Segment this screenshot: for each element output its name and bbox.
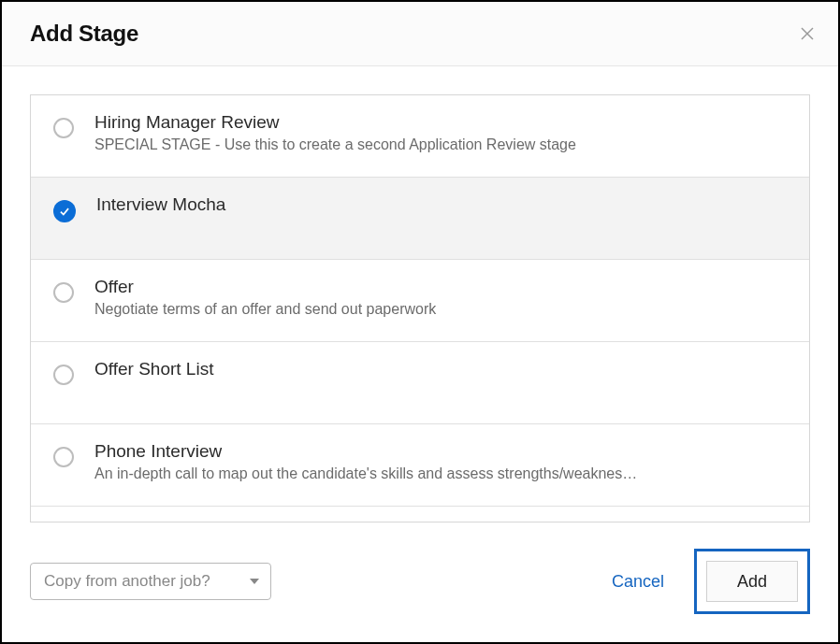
stage-name: Interview Mocha — [96, 194, 790, 215]
radio-icon[interactable] — [53, 365, 74, 385]
stage-name: Offer Short List — [94, 359, 790, 379]
modal-title: Add Stage — [30, 21, 138, 47]
radio-checked-icon[interactable] — [53, 200, 76, 222]
stage-item[interactable]: Phone InterviewAn in-depth call to map o… — [31, 424, 809, 507]
modal-header: Add Stage — [2, 2, 838, 66]
stage-list[interactable]: Hiring Manager ReviewSPECIAL STAGE - Use… — [31, 95, 809, 522]
stage-name: Offer — [94, 277, 790, 297]
stage-name: Hiring Manager Review — [94, 112, 790, 133]
cancel-button[interactable]: Cancel — [612, 572, 664, 592]
radio-icon[interactable] — [53, 118, 74, 138]
add-button[interactable]: Add — [706, 561, 798, 602]
radio-icon[interactable] — [53, 447, 74, 467]
stage-description: SPECIAL STAGE - Use this to create a sec… — [94, 136, 790, 153]
stage-list-wrapper: Hiring Manager ReviewSPECIAL STAGE - Use… — [30, 94, 810, 522]
copy-from-job-select[interactable]: Copy from another job? — [30, 563, 271, 600]
stage-description: An in-depth call to map out the candidat… — [94, 465, 790, 482]
radio-icon[interactable] — [53, 282, 74, 303]
modal-footer: Copy from another job? Cancel Add — [2, 522, 838, 642]
stage-item[interactable]: Interview Mocha — [31, 178, 809, 260]
add-button-highlight: Add — [694, 549, 810, 614]
modal-body: Hiring Manager ReviewSPECIAL STAGE - Use… — [2, 66, 838, 522]
stage-text: Interview Mocha — [96, 194, 790, 219]
chevron-down-icon — [250, 579, 259, 584]
close-icon[interactable] — [799, 25, 816, 42]
stage-item[interactable]: Hiring Manager ReviewSPECIAL STAGE - Use… — [31, 95, 809, 178]
stage-item[interactable]: OfferNegotiate terms of an offer and sen… — [31, 260, 809, 342]
stage-text: Hiring Manager ReviewSPECIAL STAGE - Use… — [94, 112, 790, 153]
stage-text: OfferNegotiate terms of an offer and sen… — [94, 277, 790, 318]
stage-item[interactable]: Offer Short List — [31, 342, 809, 424]
stage-description: Negotiate terms of an offer and send out… — [94, 301, 790, 318]
stage-text: Phone InterviewAn in-depth call to map o… — [94, 441, 790, 482]
copy-select-placeholder: Copy from another job? — [44, 572, 210, 591]
stage-text: Offer Short List — [94, 359, 790, 383]
add-stage-modal: Add Stage Hiring Manager ReviewSPECIAL S… — [0, 0, 840, 644]
stage-name: Phone Interview — [94, 441, 790, 462]
